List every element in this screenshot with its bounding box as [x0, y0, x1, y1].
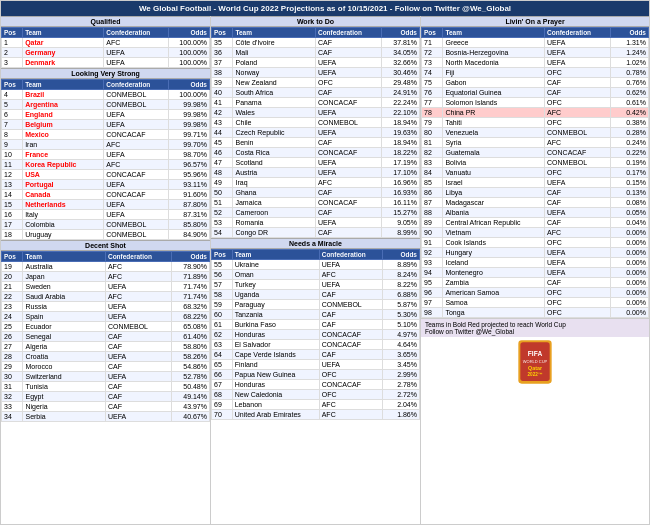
pos-cell: 67 [212, 380, 233, 390]
conf-cell: AFC [315, 178, 381, 188]
conf-cell: OFC [545, 118, 611, 128]
pos-cell: 48 [212, 168, 233, 178]
table-row: 19AustraliaAFC78.90% [2, 262, 210, 272]
table-row: 94MontenegroUEFA0.00% [422, 268, 649, 278]
table-row: 7BelgiumUEFA99.98% [2, 120, 210, 130]
pos-cell: 51 [212, 198, 233, 208]
pos-cell: 17 [2, 220, 23, 230]
pos-cell: 6 [2, 110, 23, 120]
odds-cell: 100.00% [169, 38, 210, 48]
pos-cell: 63 [212, 340, 233, 350]
right-panel: Livin' On a Prayer Pos Team Confederatio… [421, 16, 649, 524]
table-row: 33NigeriaCAF43.97% [2, 402, 210, 412]
table-row: 78China PRAFC0.42% [422, 108, 649, 118]
col-pos: Pos [2, 28, 23, 38]
table-row: 18UruguayCONMEBOL84.90% [2, 230, 210, 240]
pos-cell: 97 [422, 298, 443, 308]
pos-cell: 70 [212, 410, 233, 420]
odds-cell: 34.05% [381, 48, 419, 58]
table-row: 85IsraelUEFA0.15% [422, 178, 649, 188]
pos-cell: 22 [2, 292, 23, 302]
conf-cell: CONCACAF [104, 190, 169, 200]
pos-cell: 60 [212, 310, 233, 320]
team-cell: Korea Republic [23, 160, 104, 170]
table-row: 63El SalvadorCONCACAF4.64% [212, 340, 420, 350]
odds-cell: 0.04% [610, 218, 648, 228]
odds-cell: 0.00% [610, 248, 648, 258]
team-cell: USA [23, 170, 104, 180]
pos-cell: 37 [212, 58, 233, 68]
team-cell: Belgium [23, 120, 104, 130]
odds-cell: 16.11% [381, 198, 419, 208]
table-row: 14CanadaCONCACAF91.60% [2, 190, 210, 200]
conf-cell: CAF [105, 402, 171, 412]
odds-cell: 0.38% [610, 118, 648, 128]
conf-cell: AFC [105, 262, 171, 272]
svg-text:FIFA: FIFA [528, 350, 543, 357]
team-cell: Iraq [233, 178, 315, 188]
conf-cell: CAF [105, 392, 171, 402]
table-row: 10FranceUEFA98.70% [2, 150, 210, 160]
table-row: 13PortugalUEFA93.11% [2, 180, 210, 190]
odds-cell: 65.08% [171, 322, 209, 332]
col-conf2: Confederation [104, 80, 169, 90]
table-row: 32EgyptCAF49.14% [2, 392, 210, 402]
conf-cell: CAF [545, 78, 611, 88]
conf-cell: UEFA [104, 150, 169, 160]
conf-cell: CAF [315, 228, 381, 238]
pos-cell: 18 [2, 230, 23, 240]
table-row: 31TunisiaCAF50.48% [2, 382, 210, 392]
conf-cell: CONMEBOL [545, 158, 611, 168]
odds-cell: 0.00% [610, 238, 648, 248]
team-cell: Tonga [443, 308, 545, 318]
pos-cell: 49 [212, 178, 233, 188]
team-cell: Spain [23, 312, 105, 322]
odds-cell: 84.90% [169, 230, 210, 240]
pos-cell: 1 [2, 38, 23, 48]
table-row: 54Congo DRCAF8.99% [212, 228, 420, 238]
team-cell: Panama [233, 98, 315, 108]
table-row: 28CroatiaUEFA58.26% [2, 352, 210, 362]
table-row: 53RomaniaUEFA9.05% [212, 218, 420, 228]
pos-cell: 52 [212, 208, 233, 218]
odds-cell: 68.32% [171, 302, 209, 312]
conf-cell: UEFA [319, 360, 383, 370]
odds-cell: 1.86% [383, 410, 420, 420]
team-cell: Tahiti [443, 118, 545, 128]
team-cell: Côte d'Ivoire [233, 38, 315, 48]
pos-cell: 91 [422, 238, 443, 248]
conf-cell: CONMEBOL [104, 220, 169, 230]
table-row: 47ScotlandUEFA17.19% [212, 158, 420, 168]
pos-cell: 39 [212, 78, 233, 88]
odds-cell: 8.22% [383, 280, 420, 290]
odds-cell: 93.11% [169, 180, 210, 190]
table-row: 56OmanAFC8.24% [212, 270, 420, 280]
conf-cell: UEFA [545, 58, 611, 68]
table-row: 27AlgeriaCAF58.80% [2, 342, 210, 352]
team-cell: Norway [233, 68, 315, 78]
table-row: 52CameroonCAF15.27% [212, 208, 420, 218]
conf-cell: UEFA [315, 218, 381, 228]
pos-cell: 82 [422, 148, 443, 158]
team-cell: Fiji [443, 68, 545, 78]
table-row: 44Czech RepublicUEFA19.63% [212, 128, 420, 138]
pos-cell: 33 [2, 402, 23, 412]
pos-cell: 55 [212, 260, 233, 270]
table-row: 34SerbiaUEFA40.67% [2, 412, 210, 422]
footer-twitter: Follow on Twitter @We_Global [425, 328, 514, 335]
conf-cell: CAF [545, 188, 611, 198]
pos-cell: 43 [212, 118, 233, 128]
conf-cell: CAF [319, 320, 383, 330]
odds-cell: 78.90% [171, 262, 209, 272]
pos-cell: 10 [2, 150, 23, 160]
conf-cell: CAF [545, 198, 611, 208]
pos-cell: 84 [422, 168, 443, 178]
team-cell: Romania [233, 218, 315, 228]
pos-cell: 26 [2, 332, 23, 342]
pos-cell: 71 [422, 38, 443, 48]
table-row: 21SwedenUEFA71.74% [2, 282, 210, 292]
table-row: 40South AfricaCAF24.91% [212, 88, 420, 98]
table-row: 98TongaOFC0.00% [422, 308, 649, 318]
table-row: 49IraqAFC16.96% [212, 178, 420, 188]
col-team2: Team [23, 80, 104, 90]
